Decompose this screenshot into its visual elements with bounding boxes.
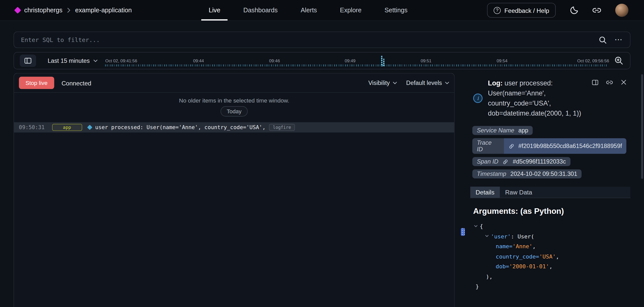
- code-token: {: [480, 221, 483, 231]
- nav-tab-label: Live: [209, 7, 220, 14]
- visibility-dropdown[interactable]: Visibility: [368, 80, 397, 86]
- breadcrumb-org[interactable]: christophergs: [24, 7, 62, 14]
- search-icon[interactable]: [598, 35, 607, 44]
- nav-tab-dashboards[interactable]: Dashboards: [243, 0, 278, 21]
- code-token: ),: [486, 271, 493, 281]
- timeline-tick-label: 09:46: [269, 58, 280, 63]
- span-id-pill[interactable]: Span ID #d5c996f11192033c: [472, 157, 571, 166]
- detail-title-prefix: Log:: [488, 79, 503, 86]
- code-token: name=: [496, 241, 512, 251]
- code-token: }: [476, 281, 479, 291]
- timeline-tick-label: Oct 02, 09:41:56: [105, 58, 137, 63]
- arguments-heading-text: Arguments:: [473, 206, 518, 215]
- trace-id-value: #f2019b98b550cd8a61546c2f9188959f: [518, 143, 622, 149]
- collapse-caret-icon[interactable]: [485, 234, 489, 238]
- moon-icon: [569, 5, 579, 15]
- code-line: dob='2000-01-01',: [470, 261, 630, 271]
- timeline-activity-spike: [381, 56, 385, 66]
- service-name-pill[interactable]: Service Name app: [472, 126, 533, 135]
- span-id-label: Span ID: [477, 158, 499, 165]
- code-token: country_code=: [496, 251, 539, 261]
- nav-tab-live[interactable]: Live: [208, 0, 221, 21]
- default-levels-label: Default levels: [406, 80, 442, 86]
- close-icon[interactable]: [620, 79, 627, 86]
- timestamp-label: Timestamp: [477, 171, 506, 177]
- scrollbar-thumb[interactable]: [641, 74, 643, 179]
- open-in-panel-icon[interactable]: [591, 79, 599, 86]
- nav-tab-explore[interactable]: Explore: [339, 0, 362, 21]
- collapse-caret-icon[interactable]: [473, 224, 478, 228]
- code-token: 'user': [491, 231, 511, 241]
- timeline-tick-label: 09:44: [193, 58, 204, 63]
- timeline-tick-label: 09:51: [421, 58, 431, 63]
- app-window: christophergs example-application Live D…: [0, 0, 644, 307]
- nav-tab-alerts[interactable]: Alerts: [300, 0, 318, 21]
- nav-tab-label: Dashboards: [243, 7, 277, 14]
- nav-tab-settings[interactable]: Settings: [384, 0, 408, 21]
- time-range-select[interactable]: Last 15 minutes: [48, 58, 98, 64]
- stop-live-button[interactable]: Stop live: [19, 77, 54, 89]
- question-circle-icon: ?: [494, 7, 501, 14]
- detail-title: Log: user processed: User(name='Anne', c…: [488, 78, 587, 118]
- copy-link-button[interactable]: [592, 5, 602, 15]
- chevron-down-icon: [393, 81, 397, 84]
- breadcrumb-chevron-icon: [67, 7, 71, 13]
- timeline-tick-label: Oct 02, 09:56:56: [577, 58, 609, 63]
- service-name-label: Service Name: [477, 127, 514, 134]
- log-row[interactable]: 09:50:31 app user processed: User(name='…: [14, 122, 454, 133]
- more-options-icon[interactable]: ⋯: [614, 38, 623, 42]
- connection-status: Connected: [61, 79, 91, 86]
- feedback-help-button[interactable]: ? Feedback / Help: [487, 3, 556, 18]
- detail-tabs: Details Raw Data: [470, 187, 630, 198]
- span-id-value: #d5c996f11192033c: [513, 158, 566, 165]
- trace-id-label: Trace ID: [472, 138, 500, 154]
- default-levels-dropdown[interactable]: Default levels: [406, 80, 450, 86]
- code-token: User(: [517, 231, 534, 241]
- live-log-panel: Stop live Connected Visibility Default l…: [14, 73, 455, 307]
- sql-filter-input[interactable]: [14, 36, 598, 43]
- link-icon: [592, 5, 602, 15]
- code-line: country_code='USA',: [470, 251, 630, 261]
- arguments-code-block: { 'user': User( name='Anne', country_cod…: [470, 221, 630, 291]
- zoom-in-icon[interactable]: [614, 56, 624, 66]
- panel-resize-handle[interactable]: [461, 228, 465, 236]
- tab-details[interactable]: Details: [470, 187, 500, 198]
- today-button[interactable]: Today: [221, 106, 248, 117]
- nav-tab-label: Explore: [340, 7, 361, 14]
- timeline-tick-label: 09:49: [345, 58, 355, 63]
- top-bar: christophergs example-application Live D…: [0, 0, 644, 21]
- detail-header: i Log: user processed: User(name='Anne',…: [470, 73, 630, 118]
- timestamp-pill[interactable]: Timestamp 2024-10-02 09:50:31.301: [472, 169, 582, 178]
- dark-mode-toggle[interactable]: [569, 5, 579, 15]
- trace-id-pill[interactable]: Trace ID #f2019b98b550cd8a61546c2f918895…: [472, 138, 627, 154]
- link-icon[interactable]: [502, 159, 508, 165]
- code-token: ,: [556, 251, 559, 261]
- panel-layout-icon: [24, 57, 32, 65]
- code-token: 'Anne': [512, 241, 533, 251]
- user-avatar[interactable]: [615, 4, 628, 17]
- spike-bar: [383, 59, 385, 66]
- chevron-down-icon: [93, 59, 98, 62]
- code-token: :: [511, 231, 518, 241]
- breadcrumb-project[interactable]: example-application: [75, 7, 132, 14]
- visibility-label: Visibility: [368, 80, 390, 86]
- logfire-logo-icon[interactable]: [14, 7, 21, 14]
- empty-window-message: No older items in the selected time wind…: [14, 97, 454, 104]
- code-line: name='Anne',: [470, 241, 630, 251]
- code-token: ,: [533, 241, 536, 251]
- timeline-bar: Last 15 minutes Oct 02, 09:41:56 09:44 0…: [14, 52, 630, 69]
- log-timestamp: 09:50:31: [19, 124, 45, 130]
- trace-id-value-wrap: #f2019b98b550cd8a61546c2f9188959f: [504, 138, 626, 154]
- sidebar-toggle-button[interactable]: [20, 55, 36, 67]
- code-line: }: [470, 281, 630, 291]
- log-level-diamond-icon: [87, 125, 92, 130]
- link-icon[interactable]: [508, 143, 514, 149]
- code-line: 'user': User(: [470, 231, 630, 241]
- timeline-track[interactable]: Oct 02, 09:41:56 09:44 09:46 09:49 09:51…: [105, 53, 609, 69]
- info-level-icon: i: [473, 93, 483, 103]
- arguments-heading-suffix: (as Python): [518, 206, 564, 215]
- tab-raw-data[interactable]: Raw Data: [500, 187, 538, 198]
- time-range-label: Last 15 minutes: [48, 58, 90, 64]
- code-token: dob=: [496, 261, 509, 271]
- copy-link-icon[interactable]: [606, 79, 613, 86]
